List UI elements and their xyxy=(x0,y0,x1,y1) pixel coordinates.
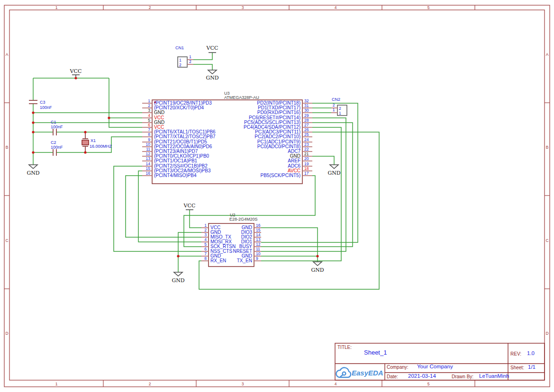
u3-pin-number[interactable]: 14 xyxy=(146,161,151,166)
row-label: A xyxy=(546,52,549,57)
easyeda-logo-text: EasyEDA xyxy=(352,369,383,377)
c2-ref[interactable]: C2 xyxy=(51,140,56,145)
u3-pin-number[interactable]: 11 xyxy=(146,147,150,151)
u2-pin-number[interactable]: 13 xyxy=(256,237,261,242)
u3-pin-number[interactable]: 2 xyxy=(148,103,150,108)
u3-pin-number[interactable]: 24 xyxy=(304,137,309,142)
u2-pin-name[interactable]: TX_EN xyxy=(237,258,252,263)
u3-pin-number[interactable]: 7 xyxy=(148,127,150,132)
u2-pin-number[interactable]: 2 xyxy=(204,228,207,232)
net-label-vcc[interactable]: VCC xyxy=(206,45,218,51)
u2-pin-number[interactable]: 7 xyxy=(204,251,207,256)
u3-pin-number[interactable]: 20 xyxy=(304,156,309,161)
u2-pin-number[interactable]: 11 xyxy=(256,247,260,251)
u3-pin-number[interactable]: 9 xyxy=(148,137,150,142)
net-label-gnd[interactable]: GND xyxy=(206,75,218,81)
col-label: 1 xyxy=(55,5,58,10)
connector-cn1[interactable]: CN1 1 2 1 2 xyxy=(175,45,193,67)
u3-pin-number[interactable]: 13 xyxy=(146,156,151,161)
u3-pin-number[interactable]: 28 xyxy=(304,118,309,123)
u2-pin-number[interactable]: 6 xyxy=(204,247,207,251)
u2-pin-number[interactable]: 15 xyxy=(256,228,261,232)
u3-pin-number[interactable]: 5 xyxy=(148,118,150,123)
u3-pin-number[interactable]: 3 xyxy=(148,108,150,113)
capacitor-c1[interactable]: C1 100nF xyxy=(51,120,63,135)
c1-ref[interactable]: C1 xyxy=(51,120,56,125)
c3-ref[interactable]: C3 xyxy=(40,100,45,105)
u3-pin-number[interactable]: 18 xyxy=(304,166,309,171)
u3-pin-number[interactable]: 8 xyxy=(148,132,150,137)
u3-pin-number[interactable]: 12 xyxy=(146,151,151,156)
u3-pin-name[interactable]: (PCINT7/XTAL2/TOSC2)PB7 xyxy=(154,134,216,139)
title-label: TITLE: xyxy=(337,345,352,350)
u2-pin-number[interactable]: 4 xyxy=(204,237,207,242)
u3-pin-number[interactable]: 17 xyxy=(304,171,309,176)
u3-pin-number[interactable]: 29 xyxy=(304,113,309,118)
u3-pin-number[interactable]: 26 xyxy=(304,127,309,132)
u2-pin-number[interactable]: 3 xyxy=(204,232,207,237)
sheet-label: Sheet: xyxy=(510,365,524,370)
u2-pin-number[interactable]: 9 xyxy=(256,256,258,261)
col-label: 4 xyxy=(335,382,337,386)
cn2-ref[interactable]: CN2 xyxy=(332,97,340,102)
u3-pin-number[interactable]: 25 xyxy=(304,132,309,137)
date-value[interactable]: 2021-03-14 xyxy=(408,373,436,379)
u3-pin-name[interactable]: PB5(SCK/PCINT5) xyxy=(261,173,300,178)
u3-pin-number[interactable]: 15 xyxy=(146,166,151,171)
u3-pin-number[interactable]: 22 xyxy=(304,147,309,151)
u3-pin-number[interactable]: 6 xyxy=(148,123,150,127)
u3-pin-number[interactable]: 16 xyxy=(146,171,151,176)
u3-pin-name[interactable]: AREF xyxy=(288,158,300,163)
u2-value[interactable]: E28-2G4M20S xyxy=(229,217,258,222)
u3-pin-number[interactable]: 23 xyxy=(304,142,309,147)
u2-pin-number[interactable]: 10 xyxy=(256,251,261,256)
u3-pin-number[interactable]: 19 xyxy=(304,161,309,166)
sheet-title[interactable]: Sheet_1 xyxy=(364,349,387,356)
net-label-vcc[interactable]: VCC xyxy=(70,68,82,74)
company-value[interactable]: Your Company xyxy=(417,364,453,369)
net-label-gnd[interactable]: GND xyxy=(327,170,340,176)
u3-pin-number[interactable]: 4 xyxy=(148,113,150,118)
rev-value[interactable]: 1.0 xyxy=(527,350,535,356)
cn1-ref[interactable]: CN1 xyxy=(175,45,184,50)
net-label-vcc[interactable]: VCC xyxy=(183,203,196,209)
capacitor-c3[interactable]: C3 100nF xyxy=(29,100,52,110)
gnd-flag-icon xyxy=(313,262,322,266)
net-label-gnd[interactable]: GND xyxy=(27,170,39,176)
u2-pin-number[interactable]: 8 xyxy=(204,256,207,261)
u3-pin-number[interactable]: 30 xyxy=(304,108,309,113)
drawn-by-value[interactable]: LeTuanMinh xyxy=(479,373,509,379)
c1-value[interactable]: 100nF xyxy=(51,125,63,129)
capacitor-c2[interactable]: C2 100nF xyxy=(51,140,63,156)
row-label: B xyxy=(6,145,9,150)
u3-pin-name[interactable]: PC2(ADC2/PCINT10) xyxy=(254,134,300,139)
u3-pin-name[interactable]: (PCINT1/OC1A)PB1 xyxy=(154,158,198,163)
u2-pin-number[interactable]: 1 xyxy=(204,223,207,228)
crystal-x1[interactable]: X1 16.000MHZ xyxy=(82,132,112,152)
u3-pin-number[interactable]: 32 xyxy=(304,98,309,103)
u3-pin-number[interactable]: 1 xyxy=(148,98,150,103)
u2-pin-number[interactable]: 14 xyxy=(256,232,261,237)
u2-pin-number[interactable]: 16 xyxy=(256,223,261,228)
u2-pin-number[interactable]: 12 xyxy=(256,242,261,247)
x1-ref[interactable]: X1 xyxy=(91,138,96,143)
u3-value[interactable]: ATMEGA328P-AU xyxy=(224,95,259,100)
c3-value[interactable]: 100nF xyxy=(40,105,52,110)
u3-pin-name[interactable]: GND xyxy=(154,110,164,115)
u3-pin-number[interactable]: 27 xyxy=(304,123,309,127)
u3-pin-name[interactable]: PD0(RXD/PCINT16) xyxy=(257,110,300,115)
c2-value[interactable]: 100nF xyxy=(51,145,63,150)
u2-pin-name[interactable]: RX_EN xyxy=(210,258,226,263)
connector-cn2[interactable]: CN2 2 1 2 1 xyxy=(331,97,347,116)
row-label: C xyxy=(545,238,548,243)
x1-value[interactable]: 16.000MHZ xyxy=(90,144,112,149)
u3-pin-number[interactable]: 31 xyxy=(304,103,309,108)
u3-pin-number[interactable]: 21 xyxy=(304,151,309,156)
sheet-value[interactable]: 1/1 xyxy=(528,364,536,370)
net-label-gnd[interactable]: GND xyxy=(311,267,324,273)
col-label: 2 xyxy=(149,5,151,10)
u3-pin-name[interactable]: (PCINT4/MISO)PB4 xyxy=(154,173,197,178)
u3-pin-number[interactable]: 10 xyxy=(146,142,151,147)
u2-pin-number[interactable]: 5 xyxy=(204,242,207,247)
net-label-gnd[interactable]: GND xyxy=(172,277,184,284)
